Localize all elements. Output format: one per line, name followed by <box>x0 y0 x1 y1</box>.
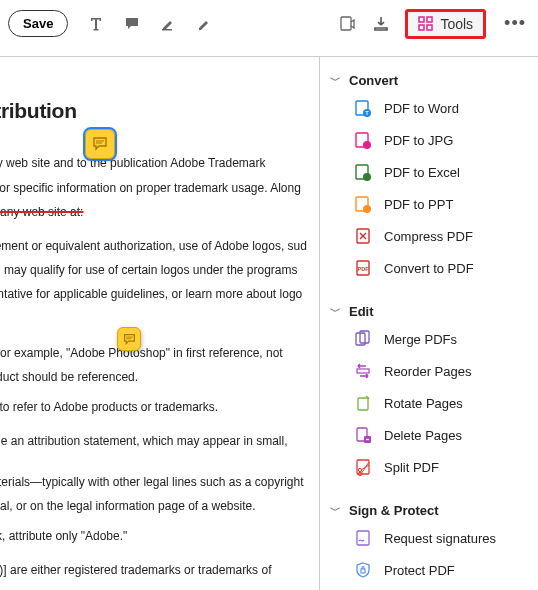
sidebar-section-convert: ﹀ Convert TPDF to Word PDF to JPG PDF to… <box>324 69 534 284</box>
highlight-tool-icon[interactable] <box>158 14 178 34</box>
sticky-note-icon <box>92 136 108 152</box>
sidebar-section-sign: ﹀ Sign & Protect Request signatures Prot… <box>324 499 534 586</box>
delete-pages-icon <box>354 426 372 444</box>
request-signatures-icon <box>354 529 372 547</box>
doc-paragraph: ur company web site and to the publicati… <box>0 155 307 171</box>
tool-item-compress-pdf[interactable]: Compress PDF <box>324 220 534 252</box>
item-label: Request signatures <box>384 531 496 546</box>
doc-heading: al Distribution <box>0 97 307 125</box>
svg-rect-5 <box>427 25 432 30</box>
save-button[interactable]: Save <box>8 10 68 37</box>
merge-pdfs-icon <box>354 330 372 348</box>
more-menu-icon[interactable]: ••• <box>500 13 530 34</box>
doc-paragraph: be representative for applicable guideli… <box>0 286 307 302</box>
comment-tool-icon[interactable] <box>122 14 142 34</box>
sticky-note-icon <box>123 333 136 346</box>
svg-point-14 <box>363 141 371 149</box>
section-header-edit[interactable]: ﹀ Edit <box>324 300 534 323</box>
item-label: PDF to Word <box>384 101 459 116</box>
rotate-pages-icon <box>354 394 372 412</box>
doc-paragraph: t mention (for example, "Adobe Photoshop… <box>0 345 307 361</box>
svg-point-18 <box>363 205 371 213</box>
svg-rect-0 <box>162 29 172 31</box>
text-tool-icon[interactable] <box>86 14 106 34</box>
svg-rect-31 <box>357 531 369 545</box>
svg-rect-25 <box>358 398 368 410</box>
item-label: Rotate Pages <box>384 396 463 411</box>
item-label: Delete Pages <box>384 428 462 443</box>
tool-item-delete-pages[interactable]: Delete Pages <box>324 419 534 451</box>
chevron-down-icon: ﹀ <box>330 73 341 88</box>
tools-button[interactable]: Tools <box>405 9 486 39</box>
draw-tool-icon[interactable] <box>194 14 214 34</box>
right-toolbar-group: Tools ••• <box>337 9 530 39</box>
tool-item-pdf-to-ppt[interactable]: PDF to PPT <box>324 188 534 220</box>
sidebar-section-edit: ﹀ Edit Merge PDFs Reorder Pages Rotate P… <box>324 300 534 483</box>
section-label: Sign & Protect <box>349 503 439 518</box>
section-label: Edit <box>349 304 374 319</box>
export-icon[interactable] <box>337 14 357 34</box>
pdf-to-ppt-icon <box>354 195 372 213</box>
tool-item-rotate-pages[interactable]: Rotate Pages <box>324 387 534 419</box>
doc-paragraph: etical order)] are either registered tra… <box>0 562 307 590</box>
item-label: Merge PDFs <box>384 332 457 347</box>
tool-item-merge-pdfs[interactable]: Merge PDFs <box>324 323 534 355</box>
svg-text:PDF: PDF <box>358 266 370 272</box>
split-pdf-icon <box>354 458 372 476</box>
item-label: PDF to PPT <box>384 197 453 212</box>
svg-rect-2 <box>419 17 424 22</box>
doc-paragraph: gram agreement or equivalent authorizati… <box>0 238 307 254</box>
tool-item-reorder-pages[interactable]: Reorder Pages <box>324 355 534 387</box>
section-header-sign[interactable]: ﹀ Sign & Protect <box>324 499 534 522</box>
section-header-convert[interactable]: ﹀ Convert <box>324 69 534 92</box>
compress-pdf-icon <box>354 227 372 245</box>
pdf-to-jpg-icon <box>354 131 372 149</box>
reorder-pages-icon <box>354 362 372 380</box>
svg-rect-3 <box>427 17 432 22</box>
svg-text:T: T <box>365 110 368 116</box>
section-label: Convert <box>349 73 398 88</box>
protect-pdf-icon <box>354 561 372 579</box>
tool-item-pdf-to-jpg[interactable]: PDF to JPG <box>324 124 534 156</box>
tools-sidebar: ﹀ Convert TPDF to Word PDF to JPG PDF to… <box>320 57 538 590</box>
doc-paragraph: blished materials—typically with other l… <box>0 474 307 490</box>
tool-item-protect-pdf[interactable]: Protect PDF <box>324 554 534 586</box>
item-label: PDF to JPG <box>384 133 453 148</box>
doc-paragraph: o our company web site at: <box>0 204 307 220</box>
chevron-down-icon: ﹀ <box>330 503 341 518</box>
doc-paragraph: y each product should be referenced. <box>0 369 307 385</box>
svg-rect-24 <box>357 369 369 373</box>
item-label: Compress PDF <box>384 229 473 244</box>
doc-paragraph: ok or manual, or on the legal informatio… <box>0 498 307 514</box>
chevron-down-icon: ﹀ <box>330 304 341 319</box>
download-icon[interactable] <box>371 14 391 34</box>
tool-item-pdf-to-word[interactable]: TPDF to Word <box>324 92 534 124</box>
svg-rect-1 <box>341 17 351 30</box>
item-label: Convert to PDF <box>384 261 474 276</box>
tool-item-convert-to-pdf[interactable]: PDFConvert to PDF <box>324 252 534 284</box>
struck-text: o our company web site at: <box>0 205 83 219</box>
doc-paragraph: ot be used to refer to Adobe products or… <box>0 399 307 415</box>
svg-rect-4 <box>419 25 424 30</box>
tool-item-split-pdf[interactable]: Split PDF <box>324 451 534 483</box>
pdf-to-excel-icon <box>354 163 372 181</box>
convert-to-pdf-icon: PDF <box>354 259 372 277</box>
item-label: Protect PDF <box>384 563 455 578</box>
item-label: PDF to Excel <box>384 165 460 180</box>
doc-paragraph: ademarks for specific information on pro… <box>0 180 307 196</box>
tools-grid-icon <box>418 16 434 32</box>
sticky-note-1[interactable] <box>85 129 115 159</box>
top-toolbar: Save Tools ••• <box>0 0 538 48</box>
annotation-tools <box>86 14 214 34</box>
pdf-to-word-icon: T <box>354 99 372 117</box>
doc-paragraph: ease include an attribution statement, w… <box>0 433 307 465</box>
sticky-note-2[interactable] <box>117 327 141 351</box>
doc-paragraph: ark. If blank, attribute only "Adobe." <box>0 528 307 544</box>
doc-link[interactable]: s.html <box>0 310 307 326</box>
item-label: Reorder Pages <box>384 364 471 379</box>
tool-item-request-signatures[interactable]: Request signatures <box>324 522 534 554</box>
item-label: Split PDF <box>384 460 439 475</box>
document-view: al Distribution ur company web site and … <box>0 57 320 590</box>
svg-rect-32 <box>361 569 365 573</box>
tool-item-pdf-to-excel[interactable]: PDF to Excel <box>324 156 534 188</box>
